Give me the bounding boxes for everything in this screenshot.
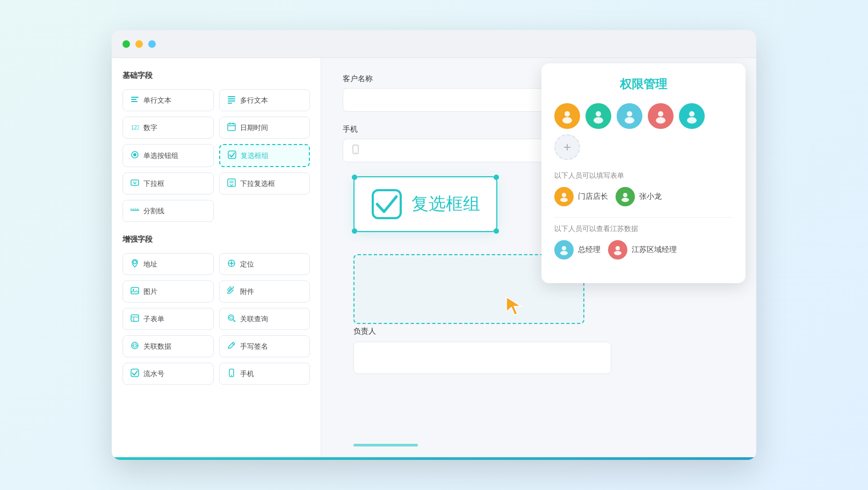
field-multi-text[interactable]: 多行文本 [219,89,310,111]
svg-point-50 [594,117,603,124]
svg-point-52 [625,117,634,124]
field-sub-table[interactable]: 子表单 [122,308,214,330]
field-serial[interactable]: 流水号 [122,363,214,385]
field-related-data[interactable]: 关联数据 [122,335,214,357]
fill-subtitle: 以下人员可以填写表单 [554,171,733,181]
field-mobile[interactable]: 手机 [219,363,310,385]
svg-rect-3 [228,96,235,97]
field-dropdown[interactable]: 下拉框 [122,172,214,194]
person-in-charge-input[interactable] [353,342,611,374]
scroll-indicator [353,444,418,446]
basic-section-title: 基础字段 [122,71,310,81]
address-icon [131,259,139,269]
avatar-5[interactable] [679,103,705,129]
field-divider-label: 分割线 [143,206,164,216]
person-avatar-2 [616,187,635,206]
field-datetime[interactable]: 日期时间 [219,117,310,139]
svg-point-48 [562,117,572,124]
svg-point-51 [627,111,632,117]
field-sub-table-label: 子表单 [143,314,164,324]
mobile-icon [227,369,236,379]
field-dropdown-label: 下拉框 [143,179,164,189]
handle-tl [352,175,357,180]
person-section: 负责人 [353,327,611,374]
dot-yellow[interactable] [135,40,143,48]
field-divider[interactable]: 分割线 [122,200,214,222]
svg-point-44 [355,152,356,153]
field-related-data-label: 关联数据 [143,342,171,351]
field-datetime-label: 日期时间 [240,123,268,133]
field-dropdown-multi[interactable]: 下拉复选框 [219,172,310,194]
field-number[interactable]: 123 数字 [122,117,214,139]
attachment-icon [227,286,236,297]
dot-blue[interactable] [148,40,156,48]
field-checkbox[interactable]: 复选框组 [219,144,310,167]
field-handwriting[interactable]: 手写签名 [219,335,310,357]
main-content: 基础字段 单行文本 多行文本 [112,58,756,457]
drag-overlay[interactable]: 复选框组 [353,176,497,232]
avatar-1[interactable] [554,103,580,129]
view-subtitle: 以下人员可以查看江苏数据 [554,224,733,234]
person-tag-1: 门店店长 [554,187,608,206]
field-radio[interactable]: 单选按钮组 [122,144,214,167]
enhanced-section-title: 增强字段 [122,235,310,244]
avatar-3[interactable] [617,103,642,129]
svg-rect-2 [131,101,138,102]
svg-point-56 [687,117,697,124]
field-serial-label: 流水号 [143,369,164,379]
field-related-query[interactable]: 关联查询 [219,308,310,330]
field-attachment[interactable]: 附件 [219,280,310,302]
checkbox-icon [228,150,236,161]
person-avatar-4 [608,240,627,260]
svg-point-55 [689,111,695,117]
svg-point-60 [621,198,629,202]
cursor-arrow [504,294,525,318]
field-image[interactable]: 图片 [122,280,214,302]
svg-rect-15 [131,180,139,185]
svg-rect-8 [228,124,235,131]
handle-tr [494,175,499,180]
dropdown-icon [131,178,139,189]
svg-rect-1 [131,99,136,100]
field-multi-text-label: 多行文本 [240,96,268,105]
person-name-3: 总经理 [578,245,601,255]
form-area: 客户名称 手机 客户状态 [321,58,756,457]
svg-point-21 [133,261,136,264]
view-people: 总经理 江苏区域经理 [554,240,733,260]
field-handwriting-label: 手写签名 [240,342,268,351]
svg-rect-26 [131,287,139,294]
svg-point-33 [229,316,232,319]
datetime-icon [227,122,236,133]
person-avatar-1 [554,187,574,206]
field-address[interactable]: 地址 [122,253,214,275]
field-mobile-label: 手机 [240,369,254,379]
svg-rect-28 [131,315,139,321]
drag-checkbox-icon [371,188,403,220]
svg-line-39 [232,343,234,345]
permission-divider [554,217,733,218]
avatar-2[interactable] [585,103,611,129]
field-location-label: 定位 [240,260,254,269]
svg-point-53 [658,111,663,117]
svg-point-54 [656,117,666,124]
svg-point-57 [562,193,566,197]
svg-rect-4 [228,98,235,99]
multi-text-icon [227,95,236,105]
svg-point-59 [623,193,627,197]
person-name-1: 门店店长 [578,192,608,201]
svg-text:123: 123 [131,125,139,131]
handle-br [494,228,499,234]
image-icon [131,286,139,297]
field-location[interactable]: 定位 [219,253,310,275]
field-single-text[interactable]: 单行文本 [122,89,214,111]
avatar-4[interactable] [648,103,674,129]
svg-point-62 [560,251,568,255]
add-avatar-button[interactable]: + [554,134,580,160]
dot-green[interactable] [122,40,130,48]
sidebar: 基础字段 单行文本 多行文本 [112,58,321,457]
app-window: 基础字段 单行文本 多行文本 [112,30,756,460]
radio-icon [131,150,139,161]
dropdown-multi-icon [227,178,236,189]
field-radio-label: 单选按钮组 [143,151,178,161]
location-icon [227,259,236,269]
